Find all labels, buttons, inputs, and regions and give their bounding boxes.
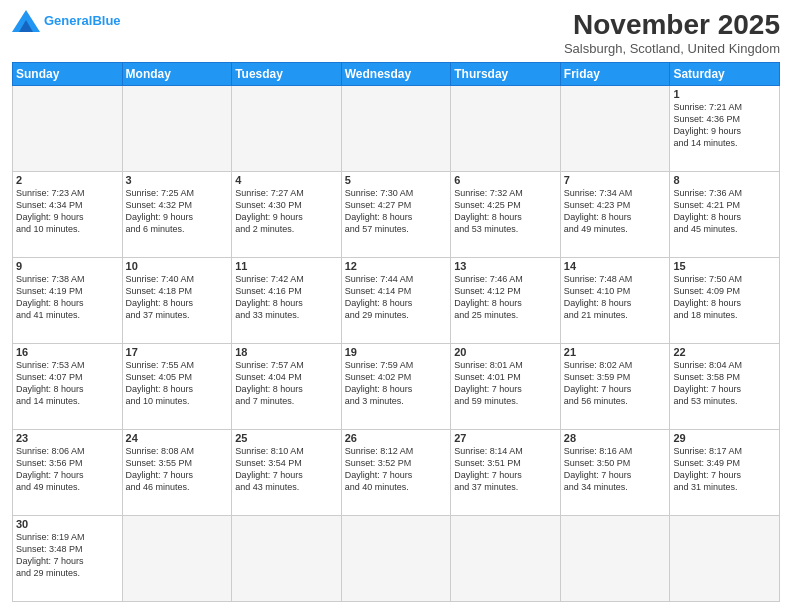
calendar-week-3: 9Sunrise: 7:38 AMSunset: 4:19 PMDaylight… — [13, 257, 780, 343]
day-info: Sunrise: 7:42 AMSunset: 4:16 PMDaylight:… — [235, 273, 338, 322]
day-info: Sunrise: 8:10 AMSunset: 3:54 PMDaylight:… — [235, 445, 338, 494]
day-number: 4 — [235, 174, 338, 186]
calendar-week-1: 1Sunrise: 7:21 AMSunset: 4:36 PMDaylight… — [13, 85, 780, 171]
calendar-cell: 4Sunrise: 7:27 AMSunset: 4:30 PMDaylight… — [232, 171, 342, 257]
day-number: 17 — [126, 346, 229, 358]
calendar-table: SundayMondayTuesdayWednesdayThursdayFrid… — [12, 62, 780, 602]
calendar-cell — [560, 515, 670, 601]
col-header-tuesday: Tuesday — [232, 62, 342, 85]
day-info: Sunrise: 8:02 AMSunset: 3:59 PMDaylight:… — [564, 359, 667, 408]
day-info: Sunrise: 7:21 AMSunset: 4:36 PMDaylight:… — [673, 101, 776, 150]
calendar-cell: 3Sunrise: 7:25 AMSunset: 4:32 PMDaylight… — [122, 171, 232, 257]
calendar-cell — [232, 515, 342, 601]
day-info: Sunrise: 7:23 AMSunset: 4:34 PMDaylight:… — [16, 187, 119, 236]
day-info: Sunrise: 7:44 AMSunset: 4:14 PMDaylight:… — [345, 273, 448, 322]
month-title: November 2025 — [564, 10, 780, 41]
calendar-cell — [451, 515, 561, 601]
day-info: Sunrise: 7:36 AMSunset: 4:21 PMDaylight:… — [673, 187, 776, 236]
calendar-cell: 6Sunrise: 7:32 AMSunset: 4:25 PMDaylight… — [451, 171, 561, 257]
location: Salsburgh, Scotland, United Kingdom — [564, 41, 780, 56]
day-number: 9 — [16, 260, 119, 272]
col-header-monday: Monday — [122, 62, 232, 85]
day-number: 12 — [345, 260, 448, 272]
day-number: 27 — [454, 432, 557, 444]
day-number: 5 — [345, 174, 448, 186]
calendar-cell: 24Sunrise: 8:08 AMSunset: 3:55 PMDayligh… — [122, 429, 232, 515]
day-info: Sunrise: 8:04 AMSunset: 3:58 PMDaylight:… — [673, 359, 776, 408]
calendar-cell: 23Sunrise: 8:06 AMSunset: 3:56 PMDayligh… — [13, 429, 123, 515]
day-number: 25 — [235, 432, 338, 444]
day-info: Sunrise: 7:32 AMSunset: 4:25 PMDaylight:… — [454, 187, 557, 236]
calendar-cell — [122, 515, 232, 601]
day-info: Sunrise: 8:12 AMSunset: 3:52 PMDaylight:… — [345, 445, 448, 494]
title-block: November 2025 Salsburgh, Scotland, Unite… — [564, 10, 780, 56]
day-number: 10 — [126, 260, 229, 272]
calendar-cell: 19Sunrise: 7:59 AMSunset: 4:02 PMDayligh… — [341, 343, 451, 429]
calendar-cell — [341, 515, 451, 601]
calendar-cell: 28Sunrise: 8:16 AMSunset: 3:50 PMDayligh… — [560, 429, 670, 515]
calendar-cell: 14Sunrise: 7:48 AMSunset: 4:10 PMDayligh… — [560, 257, 670, 343]
day-number: 2 — [16, 174, 119, 186]
day-info: Sunrise: 8:08 AMSunset: 3:55 PMDaylight:… — [126, 445, 229, 494]
calendar-week-4: 16Sunrise: 7:53 AMSunset: 4:07 PMDayligh… — [13, 343, 780, 429]
calendar-cell — [13, 85, 123, 171]
calendar-cell: 26Sunrise: 8:12 AMSunset: 3:52 PMDayligh… — [341, 429, 451, 515]
day-info: Sunrise: 8:16 AMSunset: 3:50 PMDaylight:… — [564, 445, 667, 494]
calendar-cell — [122, 85, 232, 171]
day-info: Sunrise: 7:48 AMSunset: 4:10 PMDaylight:… — [564, 273, 667, 322]
day-number: 22 — [673, 346, 776, 358]
calendar-cell: 21Sunrise: 8:02 AMSunset: 3:59 PMDayligh… — [560, 343, 670, 429]
day-number: 24 — [126, 432, 229, 444]
day-number: 16 — [16, 346, 119, 358]
calendar-cell: 29Sunrise: 8:17 AMSunset: 3:49 PMDayligh… — [670, 429, 780, 515]
logo: GeneralBlue — [12, 10, 121, 32]
day-info: Sunrise: 8:17 AMSunset: 3:49 PMDaylight:… — [673, 445, 776, 494]
calendar-cell: 12Sunrise: 7:44 AMSunset: 4:14 PMDayligh… — [341, 257, 451, 343]
day-number: 13 — [454, 260, 557, 272]
day-number: 20 — [454, 346, 557, 358]
day-info: Sunrise: 7:53 AMSunset: 4:07 PMDaylight:… — [16, 359, 119, 408]
calendar-cell — [341, 85, 451, 171]
day-number: 21 — [564, 346, 667, 358]
day-info: Sunrise: 7:46 AMSunset: 4:12 PMDaylight:… — [454, 273, 557, 322]
col-header-friday: Friday — [560, 62, 670, 85]
calendar-cell: 11Sunrise: 7:42 AMSunset: 4:16 PMDayligh… — [232, 257, 342, 343]
header: GeneralBlue November 2025 Salsburgh, Sco… — [12, 10, 780, 56]
day-info: Sunrise: 7:25 AMSunset: 4:32 PMDaylight:… — [126, 187, 229, 236]
calendar-cell: 10Sunrise: 7:40 AMSunset: 4:18 PMDayligh… — [122, 257, 232, 343]
calendar-cell: 27Sunrise: 8:14 AMSunset: 3:51 PMDayligh… — [451, 429, 561, 515]
calendar-cell: 7Sunrise: 7:34 AMSunset: 4:23 PMDaylight… — [560, 171, 670, 257]
day-info: Sunrise: 8:01 AMSunset: 4:01 PMDaylight:… — [454, 359, 557, 408]
calendar-cell: 5Sunrise: 7:30 AMSunset: 4:27 PMDaylight… — [341, 171, 451, 257]
day-number: 6 — [454, 174, 557, 186]
logo-general: General — [44, 13, 92, 28]
day-info: Sunrise: 8:14 AMSunset: 3:51 PMDaylight:… — [454, 445, 557, 494]
calendar-cell: 1Sunrise: 7:21 AMSunset: 4:36 PMDaylight… — [670, 85, 780, 171]
day-number: 8 — [673, 174, 776, 186]
day-info: Sunrise: 7:55 AMSunset: 4:05 PMDaylight:… — [126, 359, 229, 408]
day-number: 30 — [16, 518, 119, 530]
day-info: Sunrise: 7:27 AMSunset: 4:30 PMDaylight:… — [235, 187, 338, 236]
calendar-cell: 25Sunrise: 8:10 AMSunset: 3:54 PMDayligh… — [232, 429, 342, 515]
calendar-cell — [560, 85, 670, 171]
day-number: 18 — [235, 346, 338, 358]
calendar-cell: 9Sunrise: 7:38 AMSunset: 4:19 PMDaylight… — [13, 257, 123, 343]
calendar-cell: 20Sunrise: 8:01 AMSunset: 4:01 PMDayligh… — [451, 343, 561, 429]
logo-blue: Blue — [92, 13, 120, 28]
calendar-header-row: SundayMondayTuesdayWednesdayThursdayFrid… — [13, 62, 780, 85]
day-number: 11 — [235, 260, 338, 272]
day-number: 26 — [345, 432, 448, 444]
calendar-cell: 30Sunrise: 8:19 AMSunset: 3:48 PMDayligh… — [13, 515, 123, 601]
calendar-week-2: 2Sunrise: 7:23 AMSunset: 4:34 PMDaylight… — [13, 171, 780, 257]
calendar-cell: 2Sunrise: 7:23 AMSunset: 4:34 PMDaylight… — [13, 171, 123, 257]
day-number: 7 — [564, 174, 667, 186]
day-info: Sunrise: 8:06 AMSunset: 3:56 PMDaylight:… — [16, 445, 119, 494]
calendar-cell: 13Sunrise: 7:46 AMSunset: 4:12 PMDayligh… — [451, 257, 561, 343]
day-number: 28 — [564, 432, 667, 444]
calendar-cell — [670, 515, 780, 601]
col-header-saturday: Saturday — [670, 62, 780, 85]
day-number: 29 — [673, 432, 776, 444]
col-header-thursday: Thursday — [451, 62, 561, 85]
day-number: 1 — [673, 88, 776, 100]
calendar-week-5: 23Sunrise: 8:06 AMSunset: 3:56 PMDayligh… — [13, 429, 780, 515]
